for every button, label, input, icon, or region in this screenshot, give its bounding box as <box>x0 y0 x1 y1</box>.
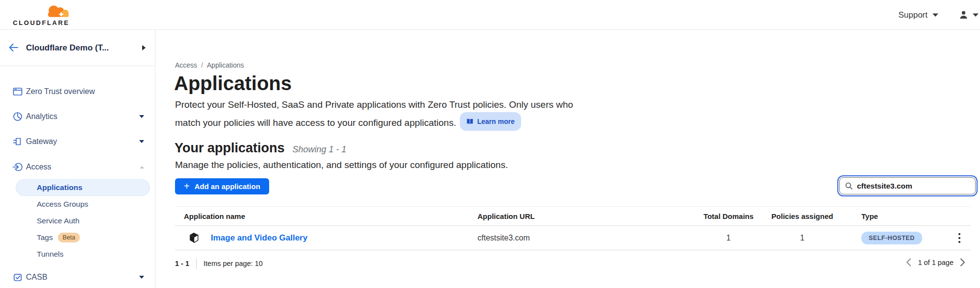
chevron-down-icon <box>932 13 939 17</box>
cloudflare-logo[interactable]: CLOUDFLARE <box>8 2 75 26</box>
sidebar-item-gateway[interactable]: Gateway <box>0 133 155 150</box>
chevron-up-icon <box>139 166 145 169</box>
policies-assigned-cell: 1 <box>765 234 839 242</box>
sidebar-item-casb[interactable]: CASB <box>0 268 155 286</box>
sidebar-item-analytics[interactable]: Analytics <box>0 108 155 125</box>
book-icon <box>466 119 474 125</box>
sidebar-item-label: Gateway <box>26 137 57 146</box>
page-title: Applications <box>174 72 292 95</box>
user-icon <box>959 10 968 20</box>
sidebar-item-access[interactable]: Access <box>0 158 155 176</box>
beta-badge: Beta <box>58 233 80 242</box>
table-row: Image and Video Gallery cftestsite3.com … <box>175 226 971 250</box>
next-page-chevron-icon[interactable] <box>960 258 965 266</box>
cloudflare-cloud-icon <box>42 2 75 20</box>
your-applications-header: Your applications Showing 1 - 1 <box>175 141 347 156</box>
chevron-down-icon <box>139 140 145 144</box>
cloudflare-wordmark: CLOUDFLARE <box>8 19 75 26</box>
overview-window-icon <box>12 86 23 97</box>
sidebar-expander-icon[interactable] <box>142 45 146 51</box>
page-description: Protect your Self-Hosted, SaaS and Priva… <box>175 97 636 131</box>
breadcrumb-separator: / <box>201 61 203 69</box>
sidebar-item-tags[interactable]: Tags Beta <box>0 230 155 245</box>
application-name-link[interactable]: Image and Video Gallery <box>211 233 307 243</box>
page-status: 1 of 1 page <box>918 259 954 266</box>
column-total-domains: Total Domains <box>692 212 765 220</box>
add-application-button[interactable]: + Add an application <box>175 178 269 194</box>
gateway-icon <box>12 136 23 147</box>
sidebar-item-label: Access <box>26 163 51 171</box>
sidebar-item-label: Zero Trust overview <box>26 87 95 96</box>
analytics-pie-icon <box>12 111 23 122</box>
your-applications-subheading: Manage the policies, authentication, and… <box>175 160 508 170</box>
chevron-down-icon <box>972 13 979 17</box>
row-actions-kebab-icon[interactable] <box>955 232 964 244</box>
table-footer: 1 - 1 Items per page: 10 <box>175 258 263 269</box>
main-content: Access / Applications Applications Prote… <box>156 30 980 288</box>
items-range: 1 - 1 <box>175 260 189 267</box>
search-input[interactable] <box>857 182 970 191</box>
sidebar-item-label: Service Auth <box>37 216 79 225</box>
applications-table: Application name Application URL Total D… <box>175 206 971 250</box>
type-badge: SELF-HOSTED <box>861 232 922 244</box>
sidebar-item-label: Tags <box>37 233 53 242</box>
learn-more-label: Learn more <box>477 114 514 129</box>
sidebar-item-service-auth[interactable]: Service Auth <box>0 214 155 228</box>
column-policies-assigned: Policies assigned <box>765 212 839 220</box>
zero-trust-dashboard: CLOUDFLARE Support <box>0 0 980 288</box>
chevron-down-icon <box>139 115 145 119</box>
breadcrumb-applications: Applications <box>207 61 244 69</box>
sidebar: Cloudflare Demo (T... Zero Trust overvie… <box>0 30 155 288</box>
previous-page-chevron-icon[interactable] <box>906 258 911 266</box>
casb-icon <box>12 272 23 283</box>
back-arrow-icon[interactable] <box>8 42 20 53</box>
add-application-label: Add an application <box>195 182 260 191</box>
sidebar-item-zero-trust-overview[interactable]: Zero Trust overview <box>0 83 155 100</box>
page-description-line2: match your policies will have access to … <box>175 118 456 128</box>
search-icon <box>845 182 853 190</box>
sidebar-item-label: Applications <box>37 183 82 192</box>
learn-more-link[interactable]: Learn more <box>460 112 521 131</box>
application-url-cell: cftestsite3.com <box>477 234 692 242</box>
page-description-line1: Protect your Self-Hosted, SaaS and Priva… <box>175 99 573 110</box>
sidebar-item-access-groups[interactable]: Access Groups <box>0 197 155 212</box>
column-type: Type <box>839 212 971 220</box>
plus-icon: + <box>184 181 190 191</box>
application-search <box>839 177 976 194</box>
total-domains-cell: 1 <box>692 234 765 242</box>
sidebar-item-label: Analytics <box>26 112 57 121</box>
footer-divider <box>196 258 197 269</box>
sidebar-item-label: Access Groups <box>37 200 88 209</box>
your-applications-heading: Your applications <box>175 141 285 156</box>
breadcrumb-access[interactable]: Access <box>175 61 197 69</box>
sidebar-item-label: Tunnels <box>37 250 64 259</box>
support-label: Support <box>898 10 928 20</box>
application-cube-icon <box>188 232 200 244</box>
access-login-icon <box>12 162 23 172</box>
column-application-url: Application URL <box>477 212 692 220</box>
showing-count: Showing 1 - 1 <box>293 144 347 155</box>
items-per-page[interactable]: Items per page: 10 <box>203 260 263 267</box>
breadcrumb: Access / Applications <box>175 61 244 69</box>
column-application-name: Application name <box>175 212 477 220</box>
top-bar: CLOUDFLARE Support <box>0 0 980 30</box>
chevron-down-icon <box>139 275 145 279</box>
sidebar-item-tunnels[interactable]: Tunnels <box>0 247 155 262</box>
sidebar-account-header: Cloudflare Demo (T... <box>0 30 155 66</box>
sidebar-item-applications[interactable]: Applications <box>16 179 150 196</box>
user-account-menu[interactable] <box>959 0 979 30</box>
account-name: Cloudflare Demo (T... <box>26 43 109 53</box>
pagination-controls: 1 of 1 page <box>906 258 965 266</box>
support-menu[interactable]: Support <box>898 0 939 30</box>
sidebar-item-label: CASB <box>26 273 48 282</box>
table-header-row: Application name Application URL Total D… <box>175 207 971 226</box>
